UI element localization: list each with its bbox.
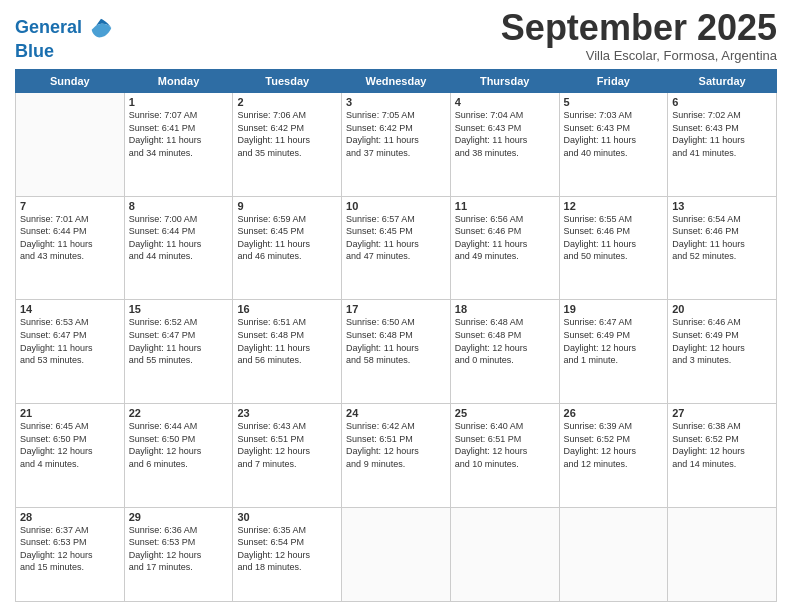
day-number: 1 (129, 96, 229, 108)
day-number: 12 (564, 200, 664, 212)
day-number: 14 (20, 303, 120, 315)
table-row: 17Sunrise: 6:50 AM Sunset: 6:48 PM Dayli… (342, 300, 451, 404)
day-number: 23 (237, 407, 337, 419)
table-row: 27Sunrise: 6:38 AM Sunset: 6:52 PM Dayli… (668, 404, 777, 508)
day-info: Sunrise: 7:06 AM Sunset: 6:42 PM Dayligh… (237, 109, 337, 159)
day-number: 27 (672, 407, 772, 419)
day-number: 26 (564, 407, 664, 419)
day-number: 2 (237, 96, 337, 108)
day-number: 10 (346, 200, 446, 212)
day-number: 16 (237, 303, 337, 315)
day-info: Sunrise: 6:38 AM Sunset: 6:52 PM Dayligh… (672, 420, 772, 470)
col-monday: Monday (124, 70, 233, 93)
col-tuesday: Tuesday (233, 70, 342, 93)
day-number: 11 (455, 200, 555, 212)
day-info: Sunrise: 6:50 AM Sunset: 6:48 PM Dayligh… (346, 316, 446, 366)
day-number: 21 (20, 407, 120, 419)
table-row: 30Sunrise: 6:35 AM Sunset: 6:54 PM Dayli… (233, 507, 342, 601)
table-row: 7Sunrise: 7:01 AM Sunset: 6:44 PM Daylig… (16, 196, 125, 300)
day-number: 3 (346, 96, 446, 108)
day-number: 9 (237, 200, 337, 212)
table-row: 8Sunrise: 7:00 AM Sunset: 6:44 PM Daylig… (124, 196, 233, 300)
table-row: 5Sunrise: 7:03 AM Sunset: 6:43 PM Daylig… (559, 93, 668, 197)
col-thursday: Thursday (450, 70, 559, 93)
day-number: 20 (672, 303, 772, 315)
day-number: 17 (346, 303, 446, 315)
table-row: 21Sunrise: 6:45 AM Sunset: 6:50 PM Dayli… (16, 404, 125, 508)
title-block: September 2025 Villa Escolar, Formosa, A… (501, 10, 777, 63)
day-number: 13 (672, 200, 772, 212)
day-info: Sunrise: 6:54 AM Sunset: 6:46 PM Dayligh… (672, 213, 772, 263)
day-number: 6 (672, 96, 772, 108)
day-info: Sunrise: 6:55 AM Sunset: 6:46 PM Dayligh… (564, 213, 664, 263)
day-info: Sunrise: 7:07 AM Sunset: 6:41 PM Dayligh… (129, 109, 229, 159)
day-info: Sunrise: 6:44 AM Sunset: 6:50 PM Dayligh… (129, 420, 229, 470)
table-row: 18Sunrise: 6:48 AM Sunset: 6:48 PM Dayli… (450, 300, 559, 404)
day-number: 5 (564, 96, 664, 108)
day-info: Sunrise: 6:53 AM Sunset: 6:47 PM Dayligh… (20, 316, 120, 366)
subtitle: Villa Escolar, Formosa, Argentina (501, 48, 777, 63)
table-row: 1Sunrise: 7:07 AM Sunset: 6:41 PM Daylig… (124, 93, 233, 197)
table-row: 10Sunrise: 6:57 AM Sunset: 6:45 PM Dayli… (342, 196, 451, 300)
table-row: 2Sunrise: 7:06 AM Sunset: 6:42 PM Daylig… (233, 93, 342, 197)
table-row: 22Sunrise: 6:44 AM Sunset: 6:50 PM Dayli… (124, 404, 233, 508)
day-info: Sunrise: 7:00 AM Sunset: 6:44 PM Dayligh… (129, 213, 229, 263)
day-info: Sunrise: 6:47 AM Sunset: 6:49 PM Dayligh… (564, 316, 664, 366)
day-info: Sunrise: 6:52 AM Sunset: 6:47 PM Dayligh… (129, 316, 229, 366)
day-info: Sunrise: 6:35 AM Sunset: 6:54 PM Dayligh… (237, 524, 337, 574)
table-row: 28Sunrise: 6:37 AM Sunset: 6:53 PM Dayli… (16, 507, 125, 601)
table-row: 26Sunrise: 6:39 AM Sunset: 6:52 PM Dayli… (559, 404, 668, 508)
day-info: Sunrise: 6:46 AM Sunset: 6:49 PM Dayligh… (672, 316, 772, 366)
table-row (342, 507, 451, 601)
day-number: 30 (237, 511, 337, 523)
table-row: 15Sunrise: 6:52 AM Sunset: 6:47 PM Dayli… (124, 300, 233, 404)
logo: General Blue (15, 14, 115, 62)
day-info: Sunrise: 7:01 AM Sunset: 6:44 PM Dayligh… (20, 213, 120, 263)
day-info: Sunrise: 7:02 AM Sunset: 6:43 PM Dayligh… (672, 109, 772, 159)
table-row: 3Sunrise: 7:05 AM Sunset: 6:42 PM Daylig… (342, 93, 451, 197)
day-number: 22 (129, 407, 229, 419)
day-number: 25 (455, 407, 555, 419)
page: General Blue September 2025 Villa Escola… (0, 0, 792, 612)
day-number: 28 (20, 511, 120, 523)
table-row (16, 93, 125, 197)
day-number: 18 (455, 303, 555, 315)
day-number: 15 (129, 303, 229, 315)
day-number: 8 (129, 200, 229, 212)
day-number: 24 (346, 407, 446, 419)
day-info: Sunrise: 6:42 AM Sunset: 6:51 PM Dayligh… (346, 420, 446, 470)
day-info: Sunrise: 7:05 AM Sunset: 6:42 PM Dayligh… (346, 109, 446, 159)
calendar-header-row: Sunday Monday Tuesday Wednesday Thursday… (16, 70, 777, 93)
day-info: Sunrise: 6:36 AM Sunset: 6:53 PM Dayligh… (129, 524, 229, 574)
table-row: 23Sunrise: 6:43 AM Sunset: 6:51 PM Dayli… (233, 404, 342, 508)
day-number: 4 (455, 96, 555, 108)
logo-text: General (15, 18, 82, 38)
table-row: 24Sunrise: 6:42 AM Sunset: 6:51 PM Dayli… (342, 404, 451, 508)
header: General Blue September 2025 Villa Escola… (15, 10, 777, 63)
table-row: 19Sunrise: 6:47 AM Sunset: 6:49 PM Dayli… (559, 300, 668, 404)
day-info: Sunrise: 6:40 AM Sunset: 6:51 PM Dayligh… (455, 420, 555, 470)
day-info: Sunrise: 6:43 AM Sunset: 6:51 PM Dayligh… (237, 420, 337, 470)
table-row: 9Sunrise: 6:59 AM Sunset: 6:45 PM Daylig… (233, 196, 342, 300)
table-row: 14Sunrise: 6:53 AM Sunset: 6:47 PM Dayli… (16, 300, 125, 404)
table-row: 20Sunrise: 6:46 AM Sunset: 6:49 PM Dayli… (668, 300, 777, 404)
day-number: 29 (129, 511, 229, 523)
day-info: Sunrise: 6:59 AM Sunset: 6:45 PM Dayligh… (237, 213, 337, 263)
table-row (559, 507, 668, 601)
table-row: 16Sunrise: 6:51 AM Sunset: 6:48 PM Dayli… (233, 300, 342, 404)
col-friday: Friday (559, 70, 668, 93)
col-wednesday: Wednesday (342, 70, 451, 93)
col-saturday: Saturday (668, 70, 777, 93)
day-info: Sunrise: 6:51 AM Sunset: 6:48 PM Dayligh… (237, 316, 337, 366)
day-info: Sunrise: 6:57 AM Sunset: 6:45 PM Dayligh… (346, 213, 446, 263)
day-info: Sunrise: 6:39 AM Sunset: 6:52 PM Dayligh… (564, 420, 664, 470)
table-row: 13Sunrise: 6:54 AM Sunset: 6:46 PM Dayli… (668, 196, 777, 300)
day-info: Sunrise: 7:04 AM Sunset: 6:43 PM Dayligh… (455, 109, 555, 159)
month-title: September 2025 (501, 10, 777, 46)
logo-text-blue: Blue (15, 42, 115, 62)
day-info: Sunrise: 6:56 AM Sunset: 6:46 PM Dayligh… (455, 213, 555, 263)
table-row: 11Sunrise: 6:56 AM Sunset: 6:46 PM Dayli… (450, 196, 559, 300)
day-info: Sunrise: 6:37 AM Sunset: 6:53 PM Dayligh… (20, 524, 120, 574)
table-row: 25Sunrise: 6:40 AM Sunset: 6:51 PM Dayli… (450, 404, 559, 508)
day-info: Sunrise: 7:03 AM Sunset: 6:43 PM Dayligh… (564, 109, 664, 159)
